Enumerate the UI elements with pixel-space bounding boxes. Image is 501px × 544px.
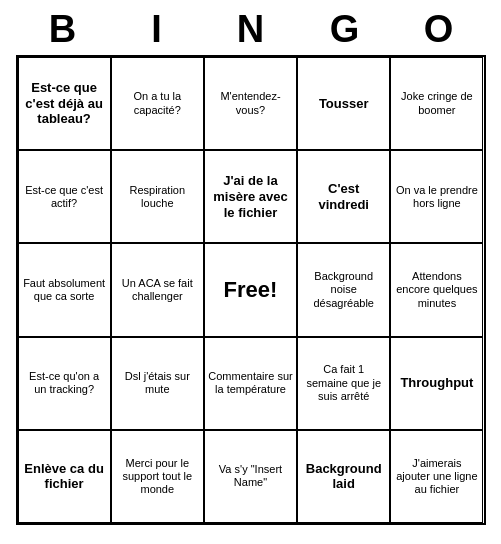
bingo-cell-14[interactable]: Attendons encore quelques minutes (390, 243, 483, 336)
bingo-cell-21[interactable]: Merci pour le support tout le monde (111, 430, 204, 523)
bingo-cell-2[interactable]: M'entendez-vous? (204, 57, 297, 150)
bingo-cell-0[interactable]: Est-ce que c'est déjà au tableau? (18, 57, 111, 150)
title-letter-n: N (216, 8, 286, 51)
bingo-cell-3[interactable]: Tousser (297, 57, 390, 150)
bingo-cell-13[interactable]: Background noise désagréable (297, 243, 390, 336)
bingo-cell-12[interactable]: Free! (204, 243, 297, 336)
bingo-cell-7[interactable]: J'ai de la misère avec le fichier (204, 150, 297, 243)
bingo-cell-5[interactable]: Est-ce que c'est actif? (18, 150, 111, 243)
title-letter-b: B (28, 8, 98, 51)
bingo-cell-17[interactable]: Commentaire sur la température (204, 337, 297, 430)
bingo-cell-19[interactable]: Throughput (390, 337, 483, 430)
bingo-title: BINGO (16, 8, 486, 51)
bingo-grid: Est-ce que c'est déjà au tableau?On a tu… (16, 55, 486, 525)
bingo-cell-18[interactable]: Ca fait 1 semaine que je suis arrêté (297, 337, 390, 430)
bingo-cell-4[interactable]: Joke cringe de boomer (390, 57, 483, 150)
bingo-cell-24[interactable]: J'aimerais ajouter une ligne au fichier (390, 430, 483, 523)
bingo-cell-1[interactable]: On a tu la capacité? (111, 57, 204, 150)
title-letter-i: I (122, 8, 192, 51)
bingo-cell-15[interactable]: Est-ce qu'on a un tracking? (18, 337, 111, 430)
title-letter-o: O (404, 8, 474, 51)
bingo-cell-6[interactable]: Respiration louche (111, 150, 204, 243)
bingo-cell-8[interactable]: C'est vindredi (297, 150, 390, 243)
title-letter-g: G (310, 8, 380, 51)
bingo-cell-23[interactable]: Background laid (297, 430, 390, 523)
bingo-cell-22[interactable]: Va s'y "Insert Name" (204, 430, 297, 523)
bingo-cell-10[interactable]: Faut absolument que ca sorte (18, 243, 111, 336)
bingo-cell-20[interactable]: Enlève ca du fichier (18, 430, 111, 523)
bingo-cell-11[interactable]: Un ACA se fait challenger (111, 243, 204, 336)
bingo-cell-16[interactable]: Dsl j'étais sur mute (111, 337, 204, 430)
bingo-cell-9[interactable]: On va le prendre hors ligne (390, 150, 483, 243)
